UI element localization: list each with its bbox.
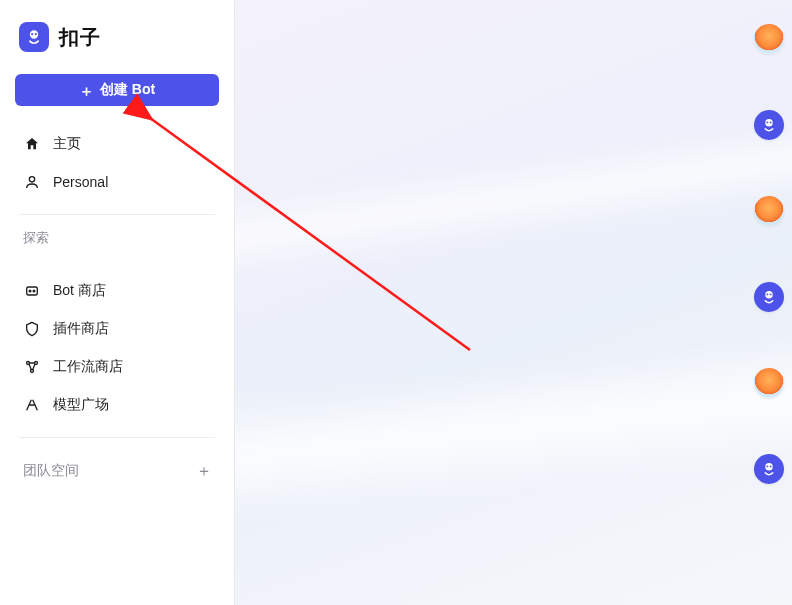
svg-point-14 xyxy=(766,293,768,295)
brand-name: 扣子 xyxy=(59,24,101,51)
nav-model-plaza[interactable]: 模型广场 xyxy=(15,387,219,423)
nav-primary: 主页 Personal xyxy=(15,126,219,200)
svg-point-16 xyxy=(765,463,773,471)
plus-icon: ＋ xyxy=(79,83,94,98)
team-space: 团队空间 ＋ xyxy=(15,452,219,482)
svg-point-0 xyxy=(30,30,38,38)
nav-personal-label: Personal xyxy=(53,174,108,190)
svg-point-18 xyxy=(770,465,772,467)
brand: 扣子 xyxy=(15,18,219,68)
svg-point-9 xyxy=(31,370,34,373)
home-icon xyxy=(23,135,41,153)
dock-avatar[interactable] xyxy=(754,110,784,140)
svg-rect-4 xyxy=(27,287,38,295)
create-bot-button[interactable]: ＋ 创建 Bot xyxy=(15,74,219,106)
avatar-dock xyxy=(746,0,792,605)
svg-point-17 xyxy=(766,465,768,467)
nav-home[interactable]: 主页 xyxy=(15,126,219,162)
dock-avatar[interactable] xyxy=(754,454,784,484)
model-plaza-icon xyxy=(23,396,41,414)
dock-avatar[interactable] xyxy=(754,196,784,226)
svg-point-5 xyxy=(29,290,31,292)
svg-point-10 xyxy=(765,119,773,127)
brand-logo-icon xyxy=(19,22,49,52)
dock-avatar[interactable] xyxy=(754,282,784,312)
svg-point-13 xyxy=(765,291,773,299)
svg-point-1 xyxy=(31,33,33,35)
divider xyxy=(19,437,215,438)
svg-point-3 xyxy=(29,177,34,182)
dock-avatar[interactable] xyxy=(754,368,784,398)
dock-avatar[interactable] xyxy=(754,24,784,54)
nav-explore: Bot 商店 插件商店 工作流商店 模型广场 xyxy=(15,273,219,423)
plugin-store-icon xyxy=(23,320,41,338)
nav-workflow-store[interactable]: 工作流商店 xyxy=(15,349,219,385)
plus-icon: ＋ xyxy=(196,461,212,482)
workflow-store-icon xyxy=(23,358,41,376)
svg-point-11 xyxy=(766,121,768,123)
nav-bot-store[interactable]: Bot 商店 xyxy=(15,273,219,309)
bot-store-icon xyxy=(23,282,41,300)
nav-personal[interactable]: Personal xyxy=(15,164,219,200)
add-team-button[interactable]: ＋ xyxy=(193,460,215,482)
explore-section-label: 探索 xyxy=(15,229,219,253)
svg-point-15 xyxy=(770,293,772,295)
svg-point-12 xyxy=(770,121,772,123)
nav-home-label: 主页 xyxy=(53,135,81,153)
nav-workflow-store-label: 工作流商店 xyxy=(53,358,123,376)
team-space-label: 团队空间 xyxy=(23,462,79,480)
person-icon xyxy=(23,173,41,191)
nav-model-plaza-label: 模型广场 xyxy=(53,396,109,414)
nav-bot-store-label: Bot 商店 xyxy=(53,282,106,300)
main-content xyxy=(235,0,792,605)
svg-point-6 xyxy=(33,290,35,292)
nav-plugin-store[interactable]: 插件商店 xyxy=(15,311,219,347)
divider xyxy=(19,214,215,215)
nav-plugin-store-label: 插件商店 xyxy=(53,320,109,338)
svg-point-2 xyxy=(35,33,37,35)
create-bot-label: 创建 Bot xyxy=(100,81,155,99)
sidebar: 扣子 ＋ 创建 Bot 主页 Personal 探索 xyxy=(0,0,235,605)
